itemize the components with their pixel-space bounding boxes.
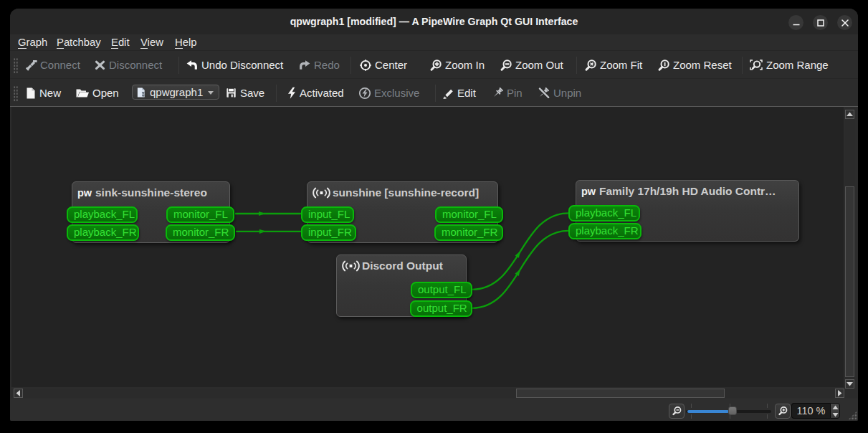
svg-text:pw: pw	[77, 187, 92, 199]
svg-text:pw: pw	[581, 186, 596, 197]
